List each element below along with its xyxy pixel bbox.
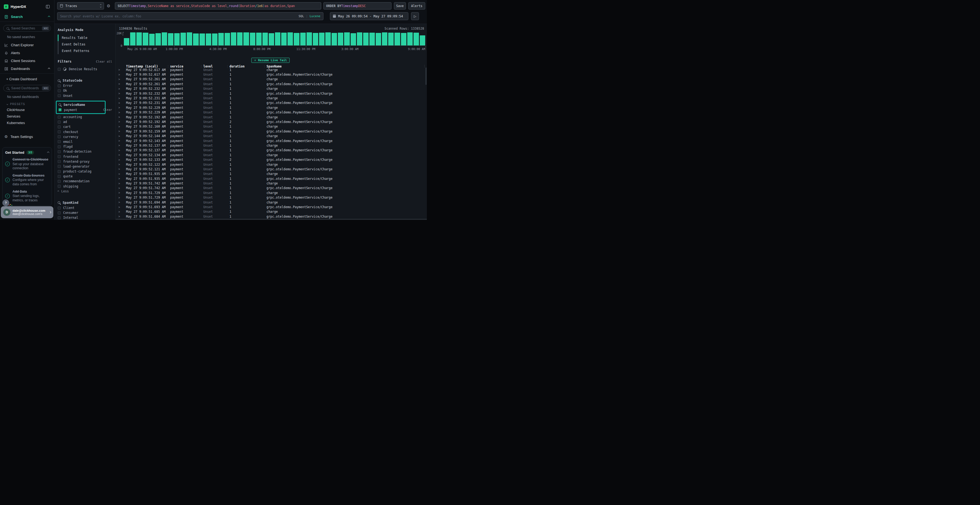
checkbox[interactable] — [58, 160, 61, 163]
saved-dashboards-input[interactable]: Saved Dashboards ⌘K — [3, 85, 51, 91]
filter-option-flagd[interactable]: flagd — [58, 144, 112, 149]
table-row[interactable]: >May 27 9:09:52.121 AMpaymentUnset1grpc.… — [116, 167, 425, 172]
table-row[interactable]: >May 27 9:09:52.133 AMpaymentUnset2grpc.… — [116, 157, 425, 162]
get-started-header[interactable]: Get Started 3/3 — [5, 151, 49, 154]
filter-option-frontend-proxy[interactable]: frontend-proxy — [58, 159, 112, 164]
sidebar-item-alerts[interactable]: Alerts — [0, 49, 54, 57]
histogram-bar[interactable] — [174, 33, 180, 45]
get-started-item[interactable]: ✓Add DataStart sending logs, metrics, or… — [5, 190, 49, 203]
table-row[interactable]: >May 27 9:09:52.143 AMpaymentUnset1grpc.… — [116, 138, 425, 143]
table-row[interactable]: >May 27 9:09:51.935 AMpaymentUnset1charg… — [116, 172, 425, 176]
histogram-bar[interactable] — [332, 33, 337, 45]
histogram-bar[interactable] — [414, 33, 419, 45]
row-expand-icon[interactable]: > — [116, 149, 123, 152]
sidebar-item-search[interactable]: Search — [0, 13, 54, 21]
sql-select-input[interactable]: SELECT Timestamp, ServiceName as service… — [115, 2, 321, 10]
histogram-bar[interactable] — [319, 33, 325, 45]
table-row[interactable]: >May 27 9:09:52.231 AMpaymentUnset1grpc.… — [116, 101, 425, 105]
table-row[interactable]: >May 27 9:09:52.137 AMpaymentUnset1grpc.… — [116, 148, 425, 152]
row-expand-icon[interactable]: > — [116, 191, 123, 194]
row-expand-icon[interactable]: > — [116, 78, 123, 81]
row-expand-icon[interactable]: > — [116, 158, 123, 161]
row-expand-icon[interactable]: > — [116, 87, 123, 91]
table-row[interactable]: >May 27 9:09:52.617 AMpaymentUnset1grpc.… — [116, 72, 425, 77]
table-row[interactable]: >May 27 9:09:52.617 AMpaymentUnset1charg… — [116, 67, 425, 72]
resume-live-tail-button[interactable]: Resume Live Tail — [251, 58, 290, 63]
histogram-bar[interactable] — [168, 33, 173, 45]
checkbox-checked[interactable]: ✓ — [59, 108, 62, 111]
filter-option-accounting[interactable]: accounting — [58, 114, 112, 119]
histogram-bar[interactable] — [395, 33, 400, 45]
clear-all-button[interactable]: Clear all — [96, 60, 112, 64]
table-row[interactable]: >May 27 9:09:52.134 AMpaymentUnset1charg… — [116, 152, 425, 157]
row-expand-icon[interactable]: > — [116, 102, 123, 105]
filter-option-ad[interactable]: ad — [58, 119, 112, 124]
row-expand-icon[interactable]: > — [116, 83, 123, 86]
sidebar-item-chart-explorer[interactable]: Chart Explorer — [0, 41, 54, 49]
histogram-bar[interactable] — [231, 32, 236, 45]
checkbox[interactable] — [58, 68, 61, 71]
table-row[interactable]: >May 27 9:09:51.742 AMpaymentUnset1charg… — [116, 181, 425, 186]
order-by-input[interactable]: ORDER BY Timestamp DESC — [323, 2, 391, 10]
checkbox[interactable] — [58, 121, 61, 124]
histogram-bar[interactable] — [130, 32, 135, 45]
vertical-scrollbar[interactable] — [425, 67, 426, 85]
table-row[interactable]: >May 27 9:09:51.935 AMpaymentUnset1grpc.… — [116, 176, 425, 181]
filter-option-fraud-detection[interactable]: fraud-detection — [58, 149, 112, 154]
checkbox[interactable] — [58, 175, 61, 178]
histogram-bar[interactable] — [382, 32, 387, 45]
checkbox[interactable] — [58, 180, 61, 183]
histogram-bar[interactable] — [401, 33, 406, 45]
preset-item-services[interactable]: Services — [0, 113, 54, 119]
histogram-bar[interactable] — [224, 33, 230, 45]
collapse-less-button[interactable]: Less — [58, 189, 112, 194]
histogram-bar[interactable] — [149, 34, 154, 45]
checkbox[interactable] — [58, 216, 61, 219]
histogram-bar[interactable] — [357, 32, 362, 45]
checkbox[interactable] — [58, 185, 61, 188]
histogram-bar[interactable] — [351, 33, 356, 46]
table-row[interactable]: >May 27 9:09:51.685 AMpaymentUnset1charg… — [116, 210, 425, 214]
row-expand-icon[interactable]: > — [116, 163, 123, 166]
filter-option-client[interactable]: Client — [58, 205, 112, 210]
row-expand-icon[interactable]: > — [116, 106, 123, 109]
checkbox[interactable] — [58, 150, 61, 153]
checkbox[interactable] — [58, 206, 61, 210]
filter-option-ok[interactable]: Ok — [58, 88, 112, 93]
row-expand-icon[interactable]: > — [116, 168, 123, 171]
histogram-bar[interactable] — [363, 33, 369, 45]
checkbox[interactable] — [58, 165, 61, 168]
histogram-bar[interactable] — [294, 33, 299, 45]
run-query-button[interactable]: ▷ — [411, 12, 419, 20]
search-input[interactable]: Search your events w/ Lucene ex. column:… — [57, 12, 323, 20]
histogram-bar[interactable] — [338, 33, 343, 45]
histogram-bar[interactable] — [237, 32, 243, 45]
histogram-bar[interactable] — [180, 33, 186, 45]
table-row[interactable]: >May 27 9:09:52.144 AMpaymentUnset1charg… — [116, 133, 425, 138]
row-expand-icon[interactable]: > — [116, 173, 123, 176]
row-expand-icon[interactable]: > — [116, 97, 123, 100]
table-row[interactable]: >May 27 9:09:52.232 AMpaymentUnset1charg… — [116, 87, 425, 91]
histogram-bar[interactable] — [143, 33, 148, 45]
row-expand-icon[interactable]: > — [116, 130, 123, 133]
checkbox[interactable] — [58, 211, 61, 214]
denoise-results-option[interactable]: Denoise Results — [58, 67, 112, 71]
filter-option-internal[interactable]: Internal — [58, 215, 112, 220]
table-row[interactable]: >May 27 9:09:51.729 AMpaymentUnset1charg… — [116, 191, 425, 195]
checkbox[interactable] — [58, 170, 61, 173]
filter-option-email[interactable]: email — [58, 139, 112, 144]
checkbox[interactable] — [58, 140, 61, 143]
checkbox[interactable] — [58, 130, 61, 133]
table-row[interactable]: >May 27 9:09:52.159 AMpaymentUnset1grpc.… — [116, 129, 425, 133]
filter-option-unset[interactable]: Unset — [58, 93, 112, 98]
filter-option-cart[interactable]: cart — [58, 124, 112, 129]
saved-searches-input[interactable]: Saved Searches ⌘K — [3, 25, 51, 32]
sidebar-collapse-icon[interactable] — [46, 5, 50, 9]
save-button[interactable]: Save — [394, 2, 406, 10]
filter-option-currency[interactable]: currency — [58, 134, 112, 139]
analysis-mode-event-patterns[interactable]: Event Patterns — [58, 48, 112, 54]
checkbox[interactable] — [58, 145, 61, 148]
histogram-bar[interactable] — [187, 32, 192, 45]
histogram-bar[interactable] — [200, 33, 205, 45]
row-expand-icon[interactable]: > — [116, 139, 123, 142]
